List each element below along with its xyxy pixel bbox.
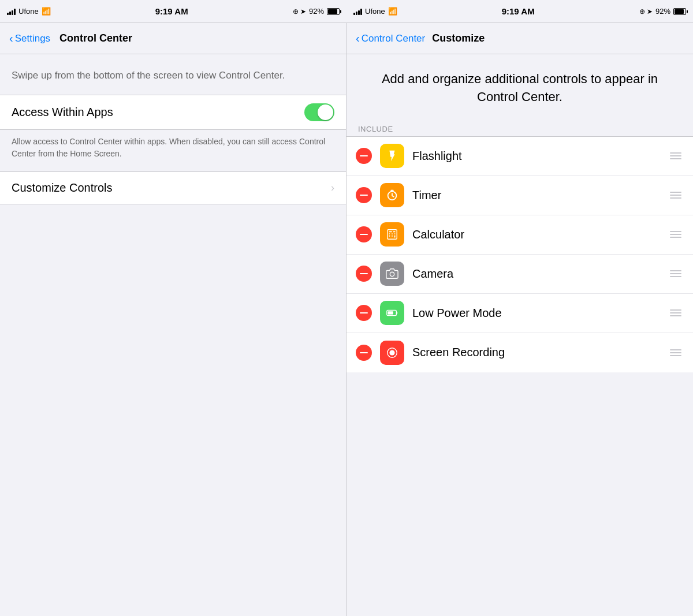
control-center-back-button[interactable]: ‹ Control Center (356, 32, 425, 45)
low-power-mode-row: Low Power Mode (346, 294, 693, 333)
carrier-left: Ufone (18, 7, 39, 16)
battery-left (327, 8, 340, 15)
battery-fill-right (675, 9, 684, 14)
back-chevron-icon: ‹ (9, 32, 13, 45)
low-power-drag-handle[interactable] (668, 307, 684, 319)
settings-list: Access Within Apps (0, 95, 346, 130)
calculator-drag-handle[interactable] (668, 229, 684, 240)
status-bar-left: Ufone 📶 9:19 AM ⊕ ➤ 92% (0, 0, 346, 23)
calculator-remove-button[interactable] (356, 226, 372, 242)
low-power-label: Low Power Mode (412, 307, 668, 320)
timer-remove-button[interactable] (356, 187, 372, 203)
customize-chevron-icon: › (331, 182, 334, 194)
low-power-remove-button[interactable] (356, 305, 372, 321)
toggle-knob (318, 104, 333, 120)
right-back-label: Control Center (362, 33, 426, 44)
status-left-info-right: Ufone 📶 (353, 7, 397, 16)
drag-line-t3 (670, 197, 681, 199)
signal-bar-r2 (356, 12, 357, 15)
signal-bars-right (353, 8, 362, 15)
camera-drag-handle[interactable] (668, 268, 684, 279)
screen-recording-remove-button[interactable] (356, 345, 372, 361)
controls-list: Flashlight Timer (346, 136, 693, 372)
sub-description-text: Allow access to Control Center within ap… (12, 136, 334, 160)
drag-line-3 (670, 158, 681, 159)
drag-line-sr3 (670, 355, 681, 356)
flashlight-remove-button[interactable] (356, 148, 372, 164)
drag-line-lp1 (670, 309, 681, 311)
left-nav-title: Control Center (59, 32, 132, 44)
drag-line-sr1 (670, 349, 681, 350)
wifi-icon-right: 📶 (388, 7, 397, 16)
drag-line-t2 (670, 195, 681, 196)
signal-bars-left (7, 8, 16, 15)
battery-fill-left (328, 9, 337, 14)
signal-bar-r3 (358, 10, 360, 15)
time-left: 9:19 AM (155, 6, 188, 16)
svg-rect-15 (388, 311, 393, 315)
svg-rect-4 (393, 232, 396, 233)
calculator-row: Calculator (346, 215, 693, 255)
battery-icon-left (327, 8, 340, 15)
camera-row: Camera (346, 255, 693, 294)
flashlight-label: Flashlight (412, 150, 668, 163)
percent-left: 92% (309, 7, 324, 16)
status-bar-right: Ufone 📶 9:19 AM ⊕ ➤ 92% (346, 0, 693, 23)
signal-bar-4 (14, 9, 16, 15)
svg-rect-9 (392, 236, 393, 237)
drag-line-2 (670, 155, 681, 156)
signal-bar-2 (9, 12, 11, 15)
access-within-apps-row[interactable]: Access Within Apps (0, 95, 346, 129)
location-icon-right: ⊕ ➤ (639, 8, 653, 16)
drag-line-1 (670, 152, 681, 154)
flashlight-icon (380, 144, 404, 168)
signal-bar-r4 (360, 9, 362, 15)
screen-recording-drag-handle[interactable] (668, 347, 684, 359)
right-panel: ‹ Control Center Customize Add and organ… (346, 23, 693, 616)
left-nav-bar: ‹ Settings Control Center (0, 23, 346, 54)
signal-bar-1 (7, 13, 9, 15)
svg-rect-8 (389, 236, 390, 237)
customize-description-text: Add and organize additional controls to … (364, 70, 676, 106)
right-nav-title: Customize (432, 32, 485, 44)
drag-line-lp3 (670, 315, 681, 316)
include-label: INCLUDE (358, 125, 393, 133)
low-power-icon (380, 301, 404, 325)
svg-rect-14 (396, 312, 397, 314)
settings-back-button[interactable]: ‹ Settings (9, 32, 50, 45)
status-bar: Ufone 📶 9:19 AM ⊕ ➤ 92% Ufone 📶 9 (0, 0, 693, 23)
flashlight-drag-handle[interactable] (668, 150, 684, 162)
calculator-icon (380, 222, 404, 247)
left-description-text: Swipe up from the bottom of the screen t… (12, 68, 334, 83)
drag-line-c2 (670, 234, 681, 235)
drag-line-c1 (670, 231, 681, 232)
back-label: Settings (15, 33, 50, 44)
battery-icon-right (673, 8, 686, 15)
timer-drag-handle[interactable] (668, 189, 684, 201)
flashlight-row: Flashlight (346, 137, 693, 176)
camera-label: Camera (412, 267, 668, 281)
drag-line-cam1 (670, 270, 681, 271)
svg-rect-6 (392, 233, 393, 234)
access-within-apps-label: Access Within Apps (12, 106, 113, 119)
customize-controls-label: Customize Controls (12, 181, 113, 195)
status-left-info: Ufone 📶 (7, 7, 51, 16)
include-section: INCLUDE (346, 120, 693, 136)
wifi-icon-left: 📶 (42, 7, 51, 16)
access-within-apps-toggle[interactable] (304, 103, 334, 121)
svg-point-12 (390, 272, 394, 276)
camera-remove-button[interactable] (356, 266, 372, 282)
drag-line-lp2 (670, 312, 681, 313)
timer-label: Timer (412, 189, 668, 202)
svg-rect-5 (389, 233, 390, 234)
sub-description-section: Allow access to Control Center within ap… (0, 130, 346, 171)
timer-row: Timer (346, 176, 693, 215)
left-panel: ‹ Settings Control Center Swipe up from … (0, 23, 346, 616)
screen-recording-row: Screen Recording (346, 333, 693, 372)
svg-rect-10 (394, 236, 396, 238)
svg-rect-2 (389, 232, 392, 233)
customize-controls-row[interactable]: Customize Controls › (0, 171, 346, 204)
calculator-label: Calculator (412, 228, 668, 241)
time-right: 9:19 AM (502, 6, 535, 16)
carrier-right: Ufone (365, 7, 385, 16)
